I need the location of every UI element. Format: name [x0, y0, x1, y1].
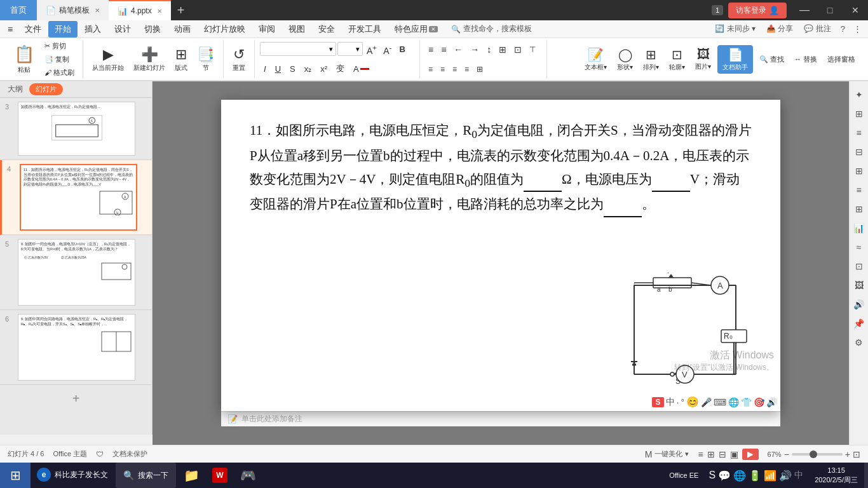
align-justify-button[interactable]: ≡: [461, 63, 472, 76]
from-start-button[interactable]: ▶ 从当前开始: [88, 44, 128, 74]
replace-button[interactable]: ↔ 替换: [790, 53, 821, 66]
align-left-button[interactable]: ≡: [425, 63, 436, 76]
tray-icon-2[interactable]: 💬: [718, 470, 731, 482]
align-top-button[interactable]: ⊤: [526, 43, 539, 56]
rp-layers-icon[interactable]: ⊞: [852, 164, 866, 178]
rp-image-icon[interactable]: 🖼: [852, 278, 866, 292]
view-btn-4[interactable]: ▣: [730, 449, 738, 459]
rp-select-icon[interactable]: ⊡: [852, 259, 866, 273]
tab-pptx-close[interactable]: ✕: [157, 8, 162, 15]
rp-chart-icon[interactable]: 📊: [852, 221, 866, 235]
menu-view[interactable]: 视图: [282, 21, 311, 37]
subscript-button[interactable]: x₂: [301, 62, 316, 76]
new-slide-button[interactable]: ➕ 新建幻灯片: [130, 44, 169, 74]
menu-developer[interactable]: 开发工具: [342, 21, 388, 37]
menu-security[interactable]: 安全: [312, 21, 341, 37]
slide-thumb-3[interactable]: 3 如图所示电路，电源电压恒定，R₀为定值电阻... A: [0, 98, 152, 160]
view-btn-3[interactable]: ⊟: [719, 449, 726, 459]
font-size-increase[interactable]: A+: [364, 42, 379, 57]
char-spacing-button[interactable]: 变: [332, 61, 348, 76]
text-direction-button[interactable]: ⊡: [511, 43, 525, 57]
view-btn-1[interactable]: ≡: [698, 449, 703, 459]
cut-button[interactable]: ✂ 剪切: [41, 40, 78, 52]
tray-icon-7[interactable]: 中: [794, 470, 803, 481]
close-button[interactable]: ✕: [843, 0, 868, 20]
play-button[interactable]: ▶: [742, 449, 759, 460]
outline-tab[interactable]: 大纲: [8, 84, 23, 95]
menu-insert[interactable]: 插入: [78, 21, 107, 37]
outline-button[interactable]: ⊡ 轮廓▾: [665, 45, 689, 74]
smart-art-button[interactable]: ⊞: [473, 63, 486, 76]
align-right-button[interactable]: ≡: [449, 63, 460, 76]
slides-tab[interactable]: 幻灯片: [29, 83, 63, 95]
minimize-button[interactable]: —: [792, 0, 817, 20]
layout-button[interactable]: ⊞ 版式: [171, 44, 191, 74]
format-painter-button[interactable]: 🖌 格式刷: [41, 67, 78, 79]
rp-lines-icon[interactable]: ≡: [852, 126, 866, 140]
find-button[interactable]: 🔍 查找: [756, 53, 788, 66]
image-button[interactable]: 🖼 图片▾: [691, 45, 715, 73]
shapes-button[interactable]: ◯ 形状▾: [613, 45, 637, 74]
tab-template[interactable]: 📄 稿笔模板 ✕: [37, 0, 109, 20]
menu-slideshow[interactable]: 幻灯片放映: [198, 21, 252, 37]
tab-add[interactable]: +: [171, 0, 191, 20]
zoom-increase[interactable]: +: [845, 449, 850, 459]
menu-file[interactable]: 文件: [18, 21, 48, 37]
slide-thumb-5[interactable]: 5 9. 如图中一闭合电路，电源电压U=10V（定压），R₀为定值电阻，R为可变…: [0, 235, 152, 310]
font-name-dropdown[interactable]: ▾: [260, 42, 336, 56]
line-spacing-button[interactable]: ↕: [484, 43, 494, 57]
rp-pen-icon[interactable]: ✦: [852, 88, 866, 102]
slide-thumb-6[interactable]: 6 9. 如图中两闭合回路电路，电源电压恒定，R₁、R₂为定值电阻，R₃、R₄为…: [0, 310, 152, 385]
menu-share[interactable]: 📤 分享: [761, 21, 798, 37]
taskbar-search[interactable]: 🔍 搜索一下: [116, 463, 176, 488]
font-size-decrease[interactable]: A-: [381, 42, 394, 57]
list-bullet-button[interactable]: ≡: [425, 43, 437, 57]
rp-sort-icon[interactable]: ≡: [852, 183, 866, 197]
slide-thumb-4[interactable]: 4 11．如图所示电路，电源电压恒定，R₀为定值电阻，闭合开关S，当滑动变阻器的…: [0, 160, 152, 235]
textbox-button[interactable]: 📝 文本框▾: [581, 45, 611, 74]
taskbar-wps[interactable]: W: [206, 463, 234, 488]
rp-table-icon[interactable]: ⊞: [852, 202, 866, 216]
maximize-button[interactable]: □: [817, 0, 843, 20]
add-slide-button[interactable]: +: [0, 385, 152, 412]
notes-area[interactable]: 📝 单击此处添加备注: [221, 411, 780, 426]
indent-decrease-button[interactable]: ←: [451, 43, 466, 57]
doc-assistant-button[interactable]: 📄 文档助手: [717, 45, 753, 74]
tray-icon-3[interactable]: 🌐: [733, 470, 746, 482]
rp-audio-icon[interactable]: 🔊: [852, 297, 866, 311]
menu-transition[interactable]: 切换: [138, 21, 167, 37]
rp-pin-icon[interactable]: 📌: [852, 316, 866, 330]
zoom-decrease[interactable]: −: [784, 449, 789, 459]
rp-eq-icon[interactable]: ≈: [852, 240, 866, 254]
copy-button[interactable]: 📑 复制: [41, 53, 78, 65]
indent-increase-button[interactable]: →: [467, 43, 482, 57]
columns-button[interactable]: ⊞: [496, 43, 510, 57]
taskbar-ie[interactable]: e 科比麦子发长文: [31, 463, 114, 488]
menu-sync[interactable]: 🔄 未同步 ▾: [710, 21, 761, 37]
tab-template-close[interactable]: ✕: [95, 7, 100, 14]
tray-icon-1[interactable]: S: [709, 470, 715, 481]
menu-search[interactable]: 🔍 查找命令，搜索模板: [445, 21, 538, 37]
view-btn-2[interactable]: ⊞: [707, 449, 715, 459]
slide-canvas[interactable]: 11．如图所示电路，电源电压恒定，R0为定值电阻，闭合开关S，当滑动变阻器的滑片…: [221, 100, 780, 411]
rp-zoom-icon[interactable]: ⊟: [852, 145, 866, 159]
tray-icon-4[interactable]: 🔋: [749, 470, 761, 482]
menu-review[interactable]: 审阅: [252, 21, 281, 37]
fit-screen-button[interactable]: ⊡: [853, 449, 860, 459]
menu-more[interactable]: ⋮: [850, 22, 865, 36]
paste-button[interactable]: 📋 粘贴: [9, 43, 39, 76]
system-clock[interactable]: 13:15 2020/2/5/周三: [808, 466, 864, 485]
italic-button[interactable]: I: [260, 62, 270, 76]
menu-design[interactable]: 设计: [108, 21, 137, 37]
menu-features[interactable]: 特色应用 ✕: [388, 21, 444, 37]
menu-hamburger[interactable]: ≡: [3, 22, 18, 36]
rp-grid-icon[interactable]: ⊞: [852, 107, 866, 121]
beautify-button[interactable]: M 一键美化 ▾: [645, 449, 689, 459]
superscript-button[interactable]: x²: [316, 62, 331, 76]
rp-settings-icon[interactable]: ⚙: [852, 336, 866, 349]
underline-button[interactable]: U: [271, 62, 285, 76]
menu-animation[interactable]: 动画: [168, 21, 197, 37]
list-number-button[interactable]: ≡: [438, 43, 449, 57]
bold-button[interactable]: B: [395, 43, 409, 56]
tray-icon-5[interactable]: 📶: [764, 470, 776, 482]
